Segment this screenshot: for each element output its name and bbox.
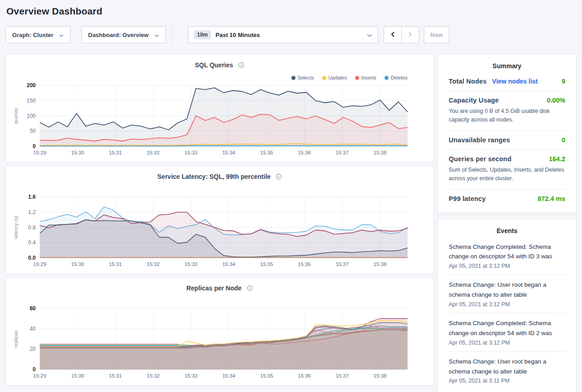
time-nav-group	[384, 26, 419, 43]
events-title: Events	[449, 219, 565, 237]
service-latency-chart[interactable]: 0.00.40.81.21.615:2915:3015:3115:3215:33…	[12, 184, 428, 270]
svg-text:15:31: 15:31	[109, 261, 122, 267]
svg-text:100: 100	[27, 113, 36, 119]
sql-queries-panel: SQL Queries Selects Updates	[5, 54, 434, 163]
svg-text:15:34: 15:34	[222, 261, 235, 267]
svg-text:15:32: 15:32	[147, 373, 160, 378]
overview-dashboard-page: Overview Dashboard Graph: Cluster Dashbo…	[0, 0, 582, 392]
chart-title-row: Replicas per Node	[6, 278, 433, 293]
svg-text:15:32: 15:32	[147, 261, 160, 267]
info-icon[interactable]	[247, 285, 253, 293]
charts-column: SQL Queries Selects Updates	[5, 54, 434, 386]
svg-text:15:35: 15:35	[260, 150, 273, 155]
view-nodes-list-link[interactable]: View nodes list	[492, 78, 538, 85]
svg-text:15:37: 15:37	[336, 150, 349, 155]
time-range-label: Past 10 Minutes	[216, 32, 260, 38]
now-button[interactable]: Now	[424, 26, 449, 43]
svg-text:15:35: 15:35	[260, 373, 273, 378]
summary-panel: Summary Total Nodes View nodes list 9 Ca…	[437, 54, 577, 213]
svg-text:15:36: 15:36	[298, 373, 311, 378]
svg-text:0.0: 0.0	[28, 255, 36, 261]
toolbar: Graph: Cluster Dashboard: Overview 10m P…	[5, 26, 577, 43]
replicas-per-node-chart[interactable]: 020406015:2915:3015:3115:3215:3315:3415:…	[12, 296, 428, 382]
svg-text:15:37: 15:37	[336, 373, 349, 378]
content: SQL Queries Selects Updates	[5, 54, 577, 392]
p99-latency-value: 872.4 ms	[538, 195, 565, 202]
total-nodes-label: Total Nodes	[449, 78, 487, 85]
chart-title: SQL Queries	[195, 61, 233, 69]
svg-text:15:36: 15:36	[298, 261, 311, 267]
svg-text:150: 150	[27, 98, 36, 104]
info-icon[interactable]	[276, 173, 282, 181]
svg-text:15:30: 15:30	[71, 261, 84, 267]
chart-title-row: SQL Queries	[6, 55, 433, 70]
svg-text:0.8: 0.8	[28, 224, 36, 231]
event-text: Schema Change Completed: Schema change o…	[449, 242, 565, 262]
sql-queries-chart[interactable]: 05010015020015:2915:3015:3115:3215:3315:…	[12, 73, 428, 159]
event-item: Schema Change Completed: Schema change o…	[449, 313, 565, 351]
event-timestamp: Apr 05, 2021 at 3:12 PM	[449, 263, 565, 269]
capacity-usage-description: You are using 0 B of 4.5 GiB usable disk…	[449, 107, 565, 125]
dashboard-dropdown-label: Dashboard: Overview	[88, 32, 149, 38]
svg-text:latency (s): latency (s)	[13, 216, 19, 239]
svg-text:15:37: 15:37	[336, 261, 349, 267]
service-latency-panel: Service Latency: SQL, 99th percentile 0.…	[5, 166, 434, 274]
svg-text:15:34: 15:34	[222, 150, 235, 155]
event-item: Schema Change Completed: Schema change o…	[449, 237, 565, 275]
graph-dropdown[interactable]: Graph: Cluster	[5, 26, 70, 43]
capacity-usage-value: 0.00%	[547, 97, 565, 104]
summary-row-capacity: Capacity Usage 0.00% You are using 0 B o…	[449, 91, 565, 131]
svg-text:queries: queries	[13, 107, 19, 124]
svg-text:50: 50	[30, 128, 36, 134]
time-range-badge: 10m	[194, 30, 211, 39]
svg-text:15:33: 15:33	[184, 261, 197, 267]
chart-title: Service Latency: SQL, 99th percentile	[157, 173, 271, 180]
chart-title: Replicas per Node	[186, 285, 241, 292]
time-forward-button[interactable]	[401, 26, 419, 43]
events-panel: Events Schema Change Completed: Schema c…	[437, 219, 577, 392]
svg-text:200: 200	[27, 82, 36, 89]
svg-text:0: 0	[33, 366, 36, 373]
summary-row-total-nodes: Total Nodes View nodes list 9	[449, 72, 565, 91]
time-back-button[interactable]	[384, 26, 402, 43]
svg-text:15:38: 15:38	[374, 373, 387, 378]
svg-text:15:38: 15:38	[374, 150, 387, 155]
capacity-usage-label: Capacity Usage	[449, 97, 499, 104]
dashboard-dropdown[interactable]: Dashboard: Overview	[81, 26, 166, 43]
chart-title-row: Service Latency: SQL, 99th percentile	[6, 166, 433, 181]
event-timestamp: Apr 05, 2021 at 3:12 PM	[449, 301, 565, 308]
summary-title: Summary	[449, 55, 565, 72]
svg-text:15:29: 15:29	[33, 373, 47, 378]
chevron-right-icon	[408, 31, 413, 39]
svg-text:15:31: 15:31	[109, 150, 122, 155]
summary-row-p99: P99 latency 872.4 ms	[449, 189, 565, 208]
svg-text:0: 0	[33, 143, 36, 149]
event-timestamp: Apr 05, 2021 at 3:12 PM	[449, 340, 565, 346]
toolbar-divider	[172, 26, 173, 43]
replicas-per-node-panel: Replicas per Node 020406015:2915:3015:31…	[5, 277, 434, 386]
svg-text:15:38: 15:38	[374, 261, 387, 267]
graph-dropdown-label: Graph: Cluster	[12, 32, 53, 38]
unavailable-ranges-value: 0	[562, 136, 565, 144]
svg-text:15:35: 15:35	[260, 261, 273, 267]
page-title: Overview Dashboard	[5, 0, 577, 17]
event-item: Schema Change: User root began a schema …	[449, 351, 565, 390]
summary-row-unavailable-ranges: Unavailable ranges 0	[449, 131, 565, 149]
svg-text:15:32: 15:32	[147, 150, 160, 155]
svg-text:15:33: 15:33	[184, 150, 197, 155]
svg-text:15:30: 15:30	[71, 150, 84, 155]
event-timestamp: Apr 05, 2021 at 3:11 PM	[449, 378, 565, 384]
summary-row-qps: Queries per second 164.2 Sum of Selects,…	[449, 149, 565, 189]
event-text: Schema Change Completed: Schema change o…	[449, 318, 565, 338]
svg-text:20: 20	[30, 346, 36, 352]
svg-text:15:36: 15:36	[298, 150, 311, 155]
sidebar: Summary Total Nodes View nodes list 9 Ca…	[437, 54, 577, 392]
svg-text:60: 60	[30, 305, 36, 312]
queries-per-second-value: 164.2	[549, 155, 565, 163]
event-text: Schema Change: User root began a schema …	[449, 357, 565, 377]
time-range-picker[interactable]: 10m Past 10 Minutes	[188, 26, 378, 43]
info-icon[interactable]	[238, 62, 244, 70]
event-text: Schema Change: User root began a schema …	[449, 280, 565, 300]
total-nodes-value: 9	[562, 78, 565, 85]
svg-text:0.4: 0.4	[28, 239, 36, 246]
